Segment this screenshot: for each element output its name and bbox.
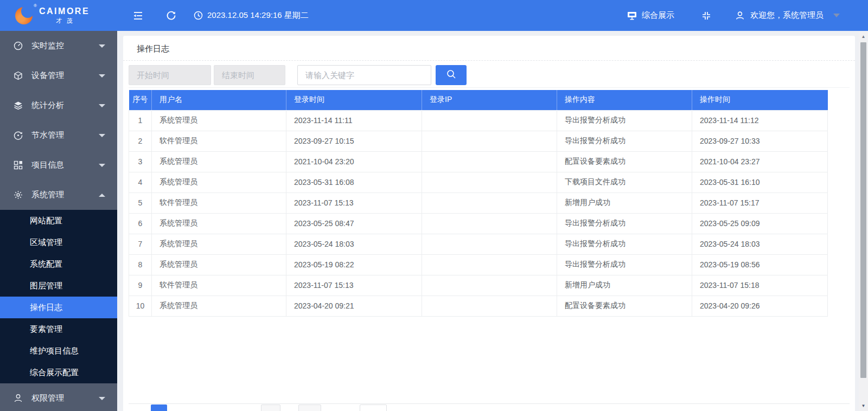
submenu-item-layer-management[interactable]: 图层管理 <box>0 275 117 297</box>
cell-login-time: 2023-05-24 18:03 <box>286 234 422 254</box>
cell-operation: 导出报警分析成功 <box>557 110 692 131</box>
cell-operation: 配置设备要素成功 <box>557 151 692 172</box>
cell-login-ip <box>422 213 557 234</box>
user-menu[interactable]: 欢迎您，系统管理员 <box>735 10 840 21</box>
comprehensive-display-label: 综合展示 <box>642 10 674 21</box>
gauge-icon <box>14 41 23 50</box>
sidebar-item-project-info[interactable]: 项目信息 <box>0 150 117 180</box>
submenu-item-region-management[interactable]: 区域管理 <box>0 232 117 253</box>
fullscreen-icon[interactable] <box>701 11 711 21</box>
content-card: 操作日志 序号 用户名 登录时间 登录IP 操作内容 <box>123 36 855 411</box>
table-row: 1 系统管理员 2023-11-14 11:11 导出报警分析成功 2023-1… <box>129 110 828 131</box>
search-button[interactable] <box>436 65 467 85</box>
cell-operation-time: 2023-04-20 09:26 <box>692 296 828 316</box>
column-header-login-ip: 登录IP <box>422 90 557 110</box>
keyword-input[interactable] <box>297 65 431 85</box>
cell-index: 2 <box>129 131 152 151</box>
brand-subtitle: 才茂 <box>52 17 77 25</box>
cell-index: 3 <box>129 151 152 172</box>
cell-operation-time: 2023-11-14 11:12 <box>692 110 828 131</box>
cell-operation: 下载项目文件成功 <box>557 172 692 192</box>
cell-operation-time: 2023-11-07 15:18 <box>692 275 828 296</box>
cell-index: 4 <box>129 172 152 192</box>
sidebar-item-water-saving[interactable]: 节水管理 <box>0 120 117 150</box>
table-row: 10 系统管理员 2023-04-20 09:21 配置设备要素成功 2023-… <box>129 296 828 316</box>
vertical-scrollbar[interactable]: ▲ ▼ <box>859 31 868 411</box>
refresh-icon[interactable] <box>166 10 176 21</box>
submenu-item-system-config[interactable]: 系统配置 <box>0 253 117 275</box>
scrollbar-thumb[interactable] <box>860 42 866 378</box>
pagination-button-3[interactable] <box>360 404 387 411</box>
top-header: ® CAIMORE 才茂 2023.12.05 14:29:16 星期二 <box>0 0 868 31</box>
cell-login-ip <box>422 234 557 254</box>
system-management-submenu: 网站配置 区域管理 系统配置 图层管理 操作日志 要素管理 维护项目信息 综合展… <box>0 210 117 383</box>
cell-username: 系统管理员 <box>152 151 286 172</box>
table-row: 6 系统管理员 2023-05-25 08:47 导出报警分析成功 2023-0… <box>129 213 828 234</box>
cell-username: 软件管理员 <box>152 275 286 296</box>
column-header-username: 用户名 <box>152 90 286 110</box>
column-header-operation: 操作内容 <box>557 90 692 110</box>
cell-login-time: 2023-05-19 08:22 <box>286 254 422 275</box>
presentation-screen-icon <box>627 11 637 20</box>
sidebar-item-realtime-monitor[interactable]: 实时监控 <box>0 31 117 61</box>
pagination-button-1[interactable] <box>261 404 280 411</box>
user-dropdown-caret-icon <box>833 14 840 17</box>
datetime-text: 2023.12.05 14:29:16 星期二 <box>207 10 309 21</box>
search-icon <box>446 69 457 81</box>
sidebar-item-device-management[interactable]: 设备管理 <box>0 61 117 91</box>
cell-operation: 导出报警分析成功 <box>557 254 692 275</box>
submenu-item-website-config[interactable]: 网站配置 <box>0 210 117 232</box>
cell-operation-time: 2023-05-24 18:03 <box>692 234 828 254</box>
end-time-input[interactable] <box>214 65 285 85</box>
sidebar-nav: 实时监控 设备管理 统计分析 <box>0 31 117 411</box>
cell-operation: 新增用户成功 <box>557 192 692 213</box>
pagination-button-2[interactable] <box>298 404 321 411</box>
submenu-item-operation-log[interactable]: 操作日志 <box>0 297 117 318</box>
submenu-item-comprehensive-display-config[interactable]: 综合展示配置 <box>0 362 117 383</box>
cell-operation: 导出报警分析成功 <box>557 213 692 234</box>
start-time-input[interactable] <box>129 65 211 85</box>
sidebar-item-label: 权限管理 <box>31 393 64 403</box>
submenu-item-element-management[interactable]: 要素管理 <box>0 318 117 340</box>
gear-icon <box>14 190 23 200</box>
user-icon <box>735 11 745 21</box>
cell-login-ip <box>422 172 557 192</box>
cell-operation-time: 2023-05-31 16:10 <box>692 172 828 192</box>
cell-operation: 导出报警分析成功 <box>557 131 692 151</box>
collapse-menu-icon[interactable] <box>132 11 143 21</box>
table-header-row: 序号 用户名 登录时间 登录IP 操作内容 操作时间 <box>129 90 828 110</box>
scrollbar-up-arrow-icon[interactable]: ▲ <box>859 32 868 41</box>
cell-index: 7 <box>129 234 152 254</box>
cell-login-time: 2023-11-07 15:13 <box>286 275 422 296</box>
layers-icon <box>14 101 23 110</box>
sidebar-item-label: 实时监控 <box>31 41 64 51</box>
table-row: 4 系统管理员 2023-05-31 16:08 下载项目文件成功 2023-0… <box>129 172 828 192</box>
cell-username: 软件管理员 <box>152 192 286 213</box>
column-header-operation-time: 操作时间 <box>692 90 828 110</box>
table-row: 7 系统管理员 2023-05-24 18:03 导出报警分析成功 2023-0… <box>129 234 828 254</box>
table-row: 3 系统管理员 2021-10-04 23:20 配置设备要素成功 2021-1… <box>129 151 828 172</box>
cell-operation: 导出报警分析成功 <box>557 234 692 254</box>
cell-username: 系统管理员 <box>152 234 286 254</box>
sidebar-item-system-management[interactable]: 系统管理 <box>0 180 117 210</box>
comprehensive-display-button[interactable]: 综合展示 <box>627 10 674 21</box>
cell-login-ip <box>422 254 557 275</box>
chevron-down-icon <box>99 134 105 137</box>
cell-username: 系统管理员 <box>152 110 286 131</box>
pagination-active-page[interactable] <box>151 404 167 411</box>
sidebar-item-permission-management[interactable]: 权限管理 <box>0 383 117 411</box>
cycle-icon <box>14 131 23 140</box>
cell-index: 9 <box>129 275 152 296</box>
cell-operation: 新增用户成功 <box>557 275 692 296</box>
sidebar-item-label: 设备管理 <box>31 70 64 81</box>
sidebar-item-label: 系统管理 <box>31 190 64 200</box>
cell-login-time: 2021-10-04 23:20 <box>286 151 422 172</box>
submenu-item-maintain-project-info[interactable]: 维护项目信息 <box>0 340 117 362</box>
cell-login-time: 2023-04-20 09:21 <box>286 296 422 316</box>
chevron-down-icon <box>99 44 105 48</box>
sidebar-item-statistics[interactable]: 统计分析 <box>0 91 117 120</box>
sidebar-item-label: 项目信息 <box>31 160 64 170</box>
cube-icon <box>14 71 23 80</box>
cell-username: 系统管理员 <box>152 213 286 234</box>
scrollbar-down-arrow-icon[interactable]: ▼ <box>859 401 868 410</box>
